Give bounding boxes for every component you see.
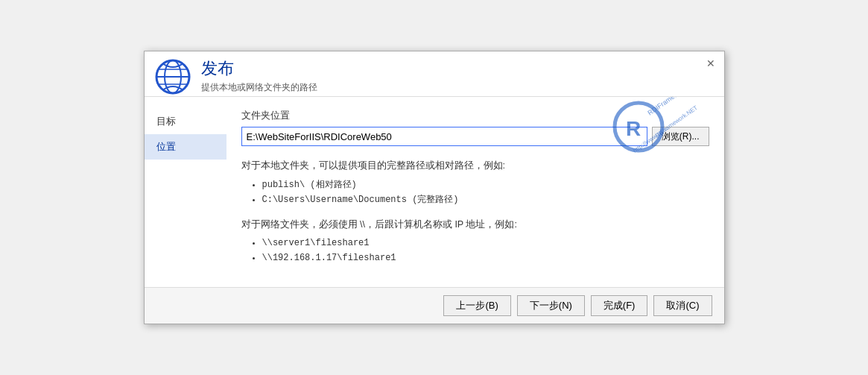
title-bar: 发布 提供本地或网络文件夹的路径 [145,51,724,96]
finish-button[interactable]: 完成(F) [591,295,648,316]
header-text: 发布 提供本地或网络文件夹的路径 [201,57,317,94]
main-content: R RDIFramework http://www.rdiframework.N… [226,97,724,286]
network-example-2: \\192.168.1.17\fileshare1 [262,250,709,265]
publish-dialog: ✕ 发布 提供本地或网络文件夹的路径 目标 [144,51,725,324]
globe-icon [153,57,192,96]
dialog-body: 目标 位置 R RDIFramework http://www.rdiframe… [145,97,724,286]
sidebar: 目标 位置 [145,97,226,286]
sidebar-item-location[interactable]: 位置 [145,134,226,160]
close-icon: ✕ [706,57,715,69]
local-help-intro: 对于本地文件夹，可以提供项目的完整路径或相对路径，例如: [241,158,709,174]
cancel-button[interactable]: 取消(C) [653,295,712,316]
close-button[interactable]: ✕ [703,56,718,71]
network-help-intro: 对于网络文件夹，必须使用 \\，后跟计算机名称或 IP 地址，例如: [241,217,709,233]
input-row: 浏览(R)... [241,127,709,146]
sidebar-item-target-label: 目标 [156,116,176,127]
dialog-subtitle: 提供本地或网络文件夹的路径 [201,81,317,94]
local-example-1: publish\ (相对路径) [262,177,709,192]
network-example-1: \\server1\fileshare1 [262,236,709,250]
next-button[interactable]: 下一步(N) [517,295,585,316]
sidebar-item-target[interactable]: 目标 [145,109,226,134]
path-input[interactable] [241,127,647,146]
folder-field-label: 文件夹位置 [241,109,709,122]
footer: 上一步(B) 下一步(N) 完成(F) 取消(C) [145,287,724,324]
browse-button[interactable]: 浏览(R)... [652,127,709,146]
sidebar-item-location-label: 位置 [156,141,176,152]
local-example-2: C:\Users\Username\Documents (完整路径) [262,192,709,207]
local-examples-list: publish\ (相对路径) C:\Users\Username\Docume… [241,177,709,208]
dialog-title: 发布 [201,57,317,80]
prev-button[interactable]: 上一步(B) [443,295,510,316]
network-examples-list: \\server1\fileshare1 \\192.168.1.17\file… [241,236,709,266]
help-text: 对于本地文件夹，可以提供项目的完整路径或相对路径，例如: publish\ (相… [241,158,709,265]
